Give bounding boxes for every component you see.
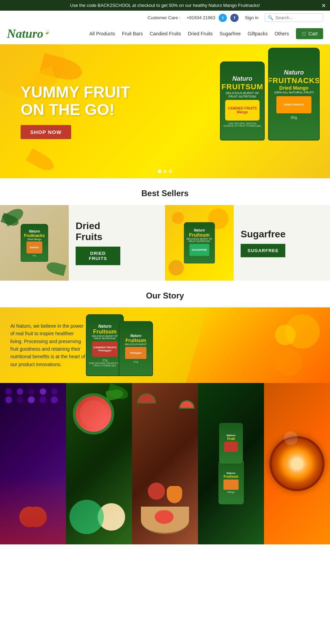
customer-care-label: Customer Care : <box>147 15 180 20</box>
fruit-circle-3 <box>172 212 184 224</box>
sugarfree-content: Sugarfree SUGARFREE <box>234 222 293 264</box>
naturo-pkg-1: Naturo Fruit <box>219 423 243 464</box>
hero-product-fruitsum: Naturo Fruitsum DELICIOUS BURST OF FRUIT… <box>220 61 265 140</box>
dot-2[interactable] <box>163 170 167 173</box>
hero-title: YUMMY FRUIT ON THE GO! <box>21 83 130 118</box>
nav-others[interactable]: Others <box>275 31 289 36</box>
dried-fruits-image: Naturo Fruitnacks Dried Mango MANGO 80g <box>0 205 69 281</box>
search-box: 🔍 <box>265 13 323 22</box>
logo: Naturo🍃 <box>7 26 50 41</box>
story-text: At Naturo, we believe in the power of re… <box>10 322 86 368</box>
story-banner: At Naturo, we believe in the power of re… <box>0 307 330 383</box>
nav-candied-fruits[interactable]: Candied Fruits <box>150 31 181 36</box>
search-input[interactable] <box>275 15 320 20</box>
cart-button[interactable]: 🛒 Cart <box>296 28 323 39</box>
shop-now-button[interactable]: SHOP NOW <box>21 125 71 139</box>
pkg-box: MANGO <box>26 241 43 253</box>
story-pkg-2: Naturo Fruitsum DELICIOUS BURST Pineappl… <box>119 321 153 376</box>
gallery-item-orange <box>264 383 330 544</box>
facebook-icon[interactable]: f <box>230 14 239 22</box>
story-pineapple-bg <box>186 307 330 383</box>
dot-3[interactable] <box>169 170 172 173</box>
fruit-circle-2 <box>168 260 184 275</box>
gallery-item-naturo-products: Naturo Fruit Naturo Fruitsum Mango <box>198 383 264 544</box>
announcement-text: Use the code BACK2SCHOOL at checkout to … <box>70 3 260 8</box>
hero-dots <box>158 170 172 173</box>
hero-banner: YUMMY FRUIT ON THE GO! SHOP NOW Naturo F… <box>0 44 330 178</box>
sugarfree-image: Naturo Fruitsum DELICIOUS BURST OF FRUIT… <box>165 205 234 281</box>
hero-content: YUMMY FRUIT ON THE GO! SHOP NOW <box>21 83 130 139</box>
hero-products: Naturo Fruitsum DELICIOUS BURST OF FRUIT… <box>220 48 320 140</box>
logo-leaf-icon: 🍃 <box>44 29 50 34</box>
top-bar: Customer Care : +91934 21963 t f Sign in… <box>0 11 330 25</box>
phone-number: +91934 21963 <box>187 15 216 20</box>
gallery-item-berries <box>0 383 66 544</box>
nav-fruit-bars[interactable]: Fruit Bars <box>122 31 143 36</box>
nav-giftpacks[interactable]: Giftpacks <box>248 31 267 36</box>
sugarfree-button[interactable]: SUGARFREE <box>241 244 285 257</box>
story-pkg-1: Naturo Fruitsum DELICIOUS BURST OF FRUIT… <box>86 314 124 376</box>
orange-slice <box>270 436 324 491</box>
gallery-item-watermelon <box>66 383 132 544</box>
gallery-section: Naturo Fruit Naturo Fruitsum Mango <box>0 383 330 544</box>
dried-fruits-button[interactable]: DRIED FRUITS <box>76 247 120 265</box>
our-story-title: Our Story <box>0 281 330 307</box>
dried-fruits-card: Naturo Fruitnacks Dried Mango MANGO 80g … <box>0 205 165 281</box>
close-announcement-button[interactable]: ✕ <box>321 2 326 9</box>
sugarfree-card: Naturo Fruitsum DELICIOUS BURST OF FRUIT… <box>165 205 330 281</box>
nav-sugarfree[interactable]: Sugarfree <box>220 31 241 36</box>
story-pkg2-box: Pineapple <box>125 347 146 359</box>
search-icon: 🔍 <box>268 15 273 20</box>
announcement-bar: Use the code BACK2SCHOOL at checkout to … <box>0 0 330 11</box>
nav-all-products[interactable]: All Products <box>89 31 115 36</box>
pkg2-content-area: DRIED MANGO <box>276 96 311 113</box>
gallery-item-mixed-fruits <box>132 383 198 544</box>
leaf-3 <box>45 260 66 276</box>
dried-fruits-content: DriedFruits DRIED FRUITS <box>69 214 127 272</box>
mango-slice-3 <box>26 148 56 174</box>
dot-1[interactable] <box>158 170 161 173</box>
twitter-icon[interactable]: t <box>219 14 227 22</box>
best-sellers-title: Best Sellers <box>0 178 330 205</box>
best-sellers-section: Naturo Fruitnacks Dried Mango MANGO 80g … <box>0 205 330 281</box>
nav-dried-fruits[interactable]: Dried Fruits <box>188 31 212 36</box>
naturo-pkg-2: Naturo Fruitsum Mango <box>218 460 244 505</box>
logo-text: Naturo🍃 <box>7 26 50 41</box>
main-nav: All Products Fruit Bars Candied Fruits D… <box>89 28 323 39</box>
sugarfree-package: Naturo Fruitsum DELICIOUS BURST OF FRUIT… <box>184 222 215 263</box>
pkg-content-area: CANDIED FRUITS Mango <box>225 100 260 121</box>
header: Naturo🍃 All Products Fruit Bars Candied … <box>0 25 330 44</box>
sugarfree-box: SUGARFREE <box>189 244 209 256</box>
dried-fruits-package: Naturo Fruitnacks Dried Mango MANGO 80g <box>21 224 48 262</box>
story-products: Naturo Fruitsum DELICIOUS BURST OF FRUIT… <box>86 314 148 376</box>
hero-product-fruitnacks: Naturo Fruitnacks Dried Mango 100% ALL N… <box>268 48 320 140</box>
sign-in-link[interactable]: Sign in <box>245 15 258 20</box>
story-pkg1-box: CANDIED FRUITS Pineapple <box>92 341 118 357</box>
dried-fruits-title: DriedFruits <box>76 221 120 242</box>
sugarfree-title: Sugarfree <box>241 229 286 240</box>
